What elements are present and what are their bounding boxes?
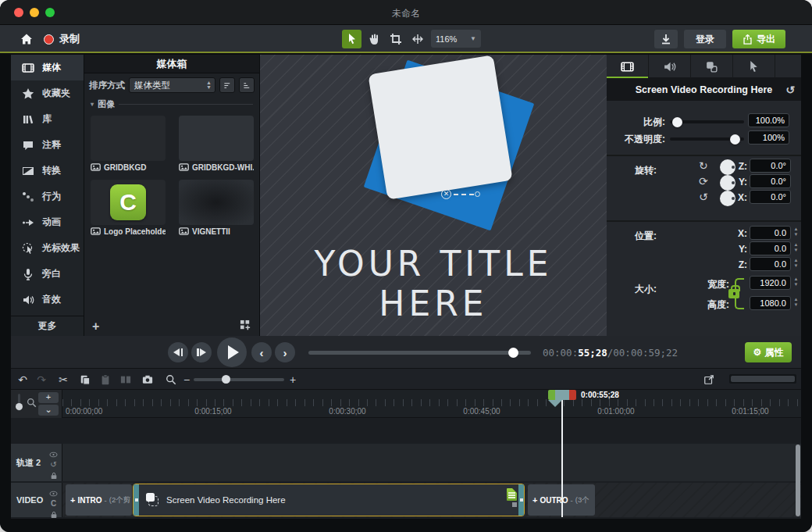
home-icon[interactable] — [17, 30, 36, 48]
playhead-marker[interactable] — [548, 390, 576, 400]
zoom-in-button[interactable]: + — [286, 373, 300, 387]
undo-button[interactable]: ↶ — [16, 373, 30, 387]
track-header-2[interactable]: 轨道 2 ↺ — [11, 444, 62, 481]
record-button[interactable]: 录制 — [44, 30, 80, 48]
rotation-value-z[interactable]: 0.0° — [750, 159, 791, 173]
out-point-handle[interactable] — [569, 390, 576, 400]
timeline-zoom-slider[interactable] — [194, 378, 284, 381]
clip-left-handle[interactable] — [134, 484, 139, 516]
sort-type-select[interactable]: 媒体类型 ▲▼ — [129, 77, 215, 93]
step-forward-button[interactable] — [191, 342, 212, 362]
sidebar-item-library[interactable]: 库 — [11, 106, 84, 132]
reset-properties-icon[interactable]: ↺ — [785, 84, 795, 96]
tab-video[interactable] — [607, 55, 649, 78]
redo-button[interactable]: ↷ — [34, 373, 48, 387]
position-stepper[interactable]: ▲▼ — [792, 243, 800, 252]
scale-slider[interactable] — [670, 120, 744, 123]
timeline-hscrollbar[interactable] — [729, 374, 796, 384]
track-row-video[interactable]: + INTRO - (2个剪 Screen Video Recording He… — [62, 483, 801, 517]
track-lock-icon[interactable] — [51, 469, 57, 483]
scrubber-knob[interactable] — [508, 348, 518, 358]
sidebar-item-behaviors[interactable]: 行为 — [11, 184, 84, 209]
position-stepper[interactable]: ▲▼ — [792, 259, 800, 268]
sidebar-item-callout[interactable]: 注释 — [11, 132, 84, 158]
split-button[interactable] — [119, 373, 133, 387]
rotation-dial-x[interactable] — [720, 191, 735, 206]
zoom-magnifier-icon[interactable] — [164, 373, 178, 387]
track-visibility-icon[interactable] — [49, 486, 58, 500]
sidebar-item-transition[interactable]: 转换 — [11, 158, 84, 184]
rotation-value-x[interactable]: 0.0° — [750, 190, 791, 204]
timeline-ruler[interactable]: 0:00:00;000:00:15;000:00:30;000:00:45;00… — [62, 390, 801, 418]
rotation-value-y[interactable]: 0.0° — [750, 174, 791, 188]
cut-button[interactable]: ✂ — [56, 373, 70, 387]
width-stepper[interactable]: ▲▼ — [792, 277, 800, 287]
track-row-2[interactable] — [62, 444, 801, 481]
media-item[interactable]: VIGNETTII — [179, 180, 254, 237]
sidebar-more-button[interactable]: 更多 — [11, 316, 84, 336]
preview-canvas[interactable]: ✕ YOUR TITLE HERE — [260, 55, 607, 336]
aspect-lock-icon[interactable] — [728, 289, 739, 298]
height-value[interactable]: 1080.0 — [750, 296, 791, 310]
copy-button[interactable] — [78, 373, 92, 387]
track-clip-link-icon[interactable]: C — [51, 500, 56, 508]
sidebar-item-animation[interactable]: 动画 — [11, 209, 84, 235]
rotation-dial-y[interactable] — [720, 175, 735, 191]
position-value-x[interactable]: 0.0 — [750, 226, 791, 240]
width-value[interactable]: 1920.0 — [750, 276, 791, 290]
position-value-z[interactable]: 0.0 — [750, 257, 791, 271]
rotation-handle[interactable]: ✕ — [441, 189, 480, 200]
clip-right-handle[interactable] — [518, 484, 524, 516]
tool-pan-button[interactable] — [408, 30, 427, 48]
camera-snapshot-button[interactable] — [141, 373, 155, 387]
scrubber[interactable] — [308, 351, 531, 355]
track-link-icon[interactable]: ↺ — [50, 461, 56, 469]
scale-value[interactable]: 100.0% — [748, 113, 789, 127]
timeline-vscrollbar[interactable] — [796, 445, 800, 516]
zoom-out-button[interactable]: − — [180, 373, 194, 387]
media-view-grid-icon[interactable] — [240, 320, 251, 334]
track-visibility-icon[interactable] — [49, 447, 58, 461]
add-track-button[interactable]: + — [38, 392, 59, 403]
position-stepper[interactable]: ▲▼ — [792, 227, 800, 237]
add-media-button[interactable]: + — [92, 320, 99, 334]
track-header-video[interactable]: VIDEO C — [11, 483, 62, 517]
intro-clip[interactable]: + INTRO - (2个剪 — [66, 484, 132, 516]
view-desc-button[interactable] — [239, 77, 255, 93]
download-button[interactable] — [654, 30, 678, 48]
rotation-dial-z[interactable] — [720, 159, 735, 175]
track-height-slider[interactable] — [18, 394, 20, 411]
export-button[interactable]: 导出 — [732, 30, 785, 48]
tab-transform[interactable] — [691, 55, 733, 78]
tool-hand-button[interactable] — [364, 30, 383, 48]
canvas-zoom-select[interactable]: 116% ▼ — [431, 30, 481, 48]
media-item[interactable]: GRIDBKGD — [91, 116, 166, 173]
position-value-y[interactable]: 0.0 — [750, 241, 791, 255]
image-section-header[interactable]: ▾ 图像 — [84, 97, 259, 111]
tool-crop-button[interactable] — [386, 30, 405, 48]
timeline-zoom-knob[interactable] — [222, 375, 230, 384]
sidebar-item-cursor-fx[interactable]: 光标效果 — [11, 235, 84, 261]
view-asc-button[interactable] — [219, 77, 235, 93]
tab-cursor[interactable] — [733, 55, 775, 78]
sidebar-item-voice[interactable]: 旁白 — [11, 261, 84, 287]
detach-timeline-icon[interactable] — [702, 373, 716, 387]
sidebar-item-audio[interactable]: 音效 — [11, 287, 84, 312]
next-clip-button[interactable]: › — [275, 342, 295, 362]
opacity-value[interactable]: 100% — [748, 130, 789, 145]
properties-button[interactable]: ⚙ 属性 — [745, 342, 792, 362]
media-item[interactable]: GRIDBKGD-WHI... — [179, 116, 254, 173]
paste-button[interactable] — [98, 373, 112, 387]
sidebar-item-star[interactable]: 收藏夹 — [11, 80, 84, 106]
play-button[interactable] — [217, 337, 247, 367]
media-item[interactable]: CLogo Placeholder — [91, 180, 166, 237]
main-clip-selected[interactable]: Screen Video Recording Here — [133, 484, 525, 516]
rotation-grip-icon[interactable] — [475, 191, 480, 197]
playhead-line[interactable] — [561, 390, 563, 517]
opacity-slider[interactable] — [670, 137, 744, 141]
canvas-white-square[interactable] — [368, 55, 512, 199]
step-back-button[interactable] — [168, 342, 188, 362]
in-point-handle[interactable] — [548, 390, 555, 400]
sidebar-item-film[interactable]: 媒体 — [11, 55, 84, 80]
track-lock-icon[interactable] — [51, 508, 57, 519]
